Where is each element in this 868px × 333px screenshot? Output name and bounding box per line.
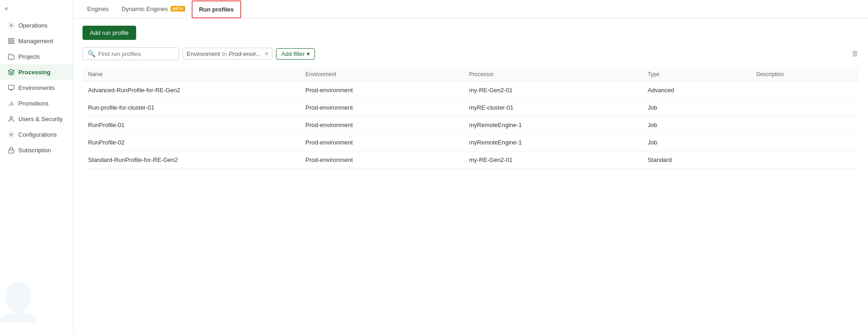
column-header-description: Description [751, 67, 859, 82]
filter-remove-button[interactable]: × [265, 50, 268, 57]
add-filter-button[interactable]: Add filter ▾ [276, 48, 315, 60]
sidebar-icon-subscription [7, 146, 15, 154]
beta-badge-dynamic-engines: BETA [171, 6, 185, 11]
sidebar-icon-configurations [7, 131, 15, 138]
filter-value: Prod-envir... [229, 50, 261, 57]
table-row[interactable]: RunProfile-02Prod-environmentmyRemoteEng… [83, 134, 859, 151]
cell-environment-3: Prod-environment [300, 134, 464, 151]
content-area: Add run profile 🔍 Environment In Prod-en… [73, 18, 868, 333]
main-content: EnginesDynamic EnginesBETARun profiles A… [73, 0, 868, 333]
cell-type-0: Advanced [642, 82, 751, 99]
clear-filters-button[interactable]: 🗑 [851, 50, 859, 58]
filter-tag-environment: Environment In Prod-envir... × [182, 48, 272, 60]
cell-description-4 [751, 151, 859, 169]
sidebar-icon-management [7, 37, 15, 44]
cell-name-1: Run-profile-for-cluster-01 [83, 99, 300, 117]
filter-key: Environment [187, 50, 220, 57]
cell-environment-4: Prod-environment [300, 151, 464, 169]
sidebar-item-configurations[interactable]: Configurations [0, 127, 73, 142]
sidebar-item-subscription[interactable]: Subscription [0, 142, 73, 158]
cell-processor-1: myRE-cluster-01 [464, 99, 642, 117]
tab-label-dynamic-engines: Dynamic Engines [122, 6, 168, 12]
table-row[interactable]: RunProfile-01Prod-environmentmyRemoteEng… [83, 117, 859, 134]
search-icon: 🔍 [88, 50, 95, 57]
table-body: Advanced-RunProfile-for-RE-Gen2Prod-envi… [83, 82, 859, 169]
run-profiles-table: NameEnvironmentProcessorTypeDescription … [83, 67, 859, 169]
cell-type-2: Job [642, 117, 751, 134]
sidebar-label-configurations: Configurations [18, 131, 57, 138]
cell-processor-0: my-RE-Gen2-01 [464, 82, 642, 99]
sidebar-label-promotions: Promotions [18, 100, 49, 107]
sidebar-label-subscription: Subscription [18, 147, 51, 154]
sidebar-icon-users-security [7, 115, 15, 122]
tab-run-profiles[interactable]: Run profiles [192, 0, 241, 18]
sidebar-icon-promotions [7, 100, 15, 107]
sidebar-item-environments[interactable]: Environments [0, 80, 73, 95]
cell-description-0 [751, 82, 859, 99]
search-box: 🔍 [83, 47, 179, 60]
sidebar-label-environments: Environments [18, 84, 55, 91]
table-row[interactable]: Run-profile-for-cluster-01Prod-environme… [83, 99, 859, 117]
table-row[interactable]: Standard-RunProfile-for-RE-Gen2Prod-envi… [83, 151, 859, 169]
tab-label-engines: Engines [87, 6, 109, 12]
add-filter-label: Add filter [281, 50, 304, 57]
tab-engines[interactable]: Engines [81, 1, 115, 18]
svg-point-13 [10, 133, 12, 135]
svg-rect-1 [8, 38, 10, 40]
svg-point-0 [10, 24, 12, 26]
search-input[interactable] [98, 50, 174, 57]
sidebar-item-projects[interactable]: Projects [0, 49, 73, 64]
cell-processor-3: myRemoteEngine-1 [464, 134, 642, 151]
sidebar-nav: Operations Management Projects Processin… [0, 17, 73, 158]
filter-bar: 🔍 Environment In Prod-envir... × Add fil… [83, 47, 859, 60]
sidebar-item-processing[interactable]: Processing [0, 64, 73, 80]
sidebar-icon-operations [7, 22, 15, 29]
svg-rect-6 [8, 85, 14, 89]
cell-name-0: Advanced-RunProfile-for-RE-Gen2 [83, 82, 300, 99]
svg-rect-14 [8, 150, 13, 153]
cell-description-1 [751, 99, 859, 117]
sidebar-icon-environments [7, 84, 15, 91]
tab-label-run-profiles: Run profiles [199, 6, 234, 13]
column-header-type: Type [642, 67, 751, 82]
svg-point-12 [10, 116, 12, 118]
tabs-bar: EnginesDynamic EnginesBETARun profiles [73, 0, 868, 18]
svg-rect-2 [11, 38, 13, 40]
cell-description-2 [751, 117, 859, 134]
collapse-button[interactable]: « [5, 5, 8, 12]
sidebar-item-operations[interactable]: Operations [0, 17, 73, 33]
sidebar-item-promotions[interactable]: Promotions [0, 95, 73, 111]
cell-type-1: Job [642, 99, 751, 117]
cell-processor-4: my-RE-Gen2-01 [464, 151, 642, 169]
sidebar-item-management[interactable]: Management [0, 33, 73, 49]
cell-name-2: RunProfile-01 [83, 117, 300, 134]
sidebar-label-projects: Projects [18, 53, 40, 60]
sidebar-label-processing: Processing [18, 69, 50, 76]
filter-op: In [222, 50, 227, 57]
column-header-processor: Processor [464, 67, 642, 82]
add-run-profile-button[interactable]: Add run profile [83, 26, 136, 40]
sidebar-icon-projects [7, 53, 15, 60]
cell-name-3: RunProfile-02 [83, 134, 300, 151]
cell-description-3 [751, 134, 859, 151]
table-row[interactable]: Advanced-RunProfile-for-RE-Gen2Prod-envi… [83, 82, 859, 99]
cell-environment-2: Prod-environment [300, 117, 464, 134]
tab-dynamic-engines[interactable]: Dynamic EnginesBETA [115, 1, 192, 18]
cell-processor-2: myRemoteEngine-1 [464, 117, 642, 134]
cell-type-3: Job [642, 134, 751, 151]
cell-name-4: Standard-RunProfile-for-RE-Gen2 [83, 151, 300, 169]
sidebar: « Operations Management Projects Process… [0, 0, 73, 333]
sidebar-label-users-security: Users & Security [18, 116, 63, 122]
sidebar-watermark: 👤 [0, 281, 41, 324]
table-header-row: NameEnvironmentProcessorTypeDescription [83, 67, 859, 82]
sidebar-icon-processing [7, 68, 15, 76]
cell-environment-1: Prod-environment [300, 99, 464, 117]
cell-type-4: Standard [642, 151, 751, 169]
cell-environment-0: Prod-environment [300, 82, 464, 99]
chevron-down-icon: ▾ [307, 50, 310, 57]
column-header-environment: Environment [300, 67, 464, 82]
sidebar-label-operations: Operations [18, 22, 48, 29]
sidebar-item-users-security[interactable]: Users & Security [0, 111, 73, 127]
sidebar-label-management: Management [18, 38, 53, 44]
svg-marker-5 [8, 69, 14, 72]
